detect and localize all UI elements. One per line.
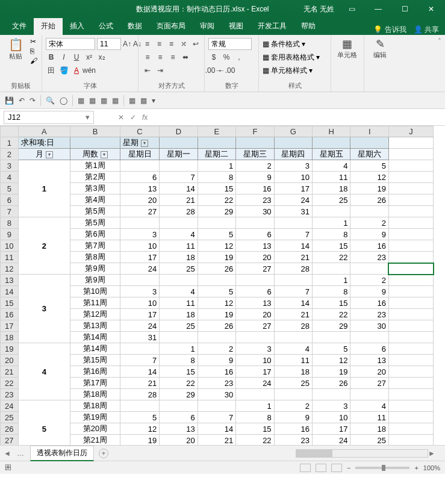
tab-insert[interactable]: 插入: [63, 17, 92, 35]
data-cell[interactable]: [350, 389, 388, 400]
zoom-in-icon[interactable]: +: [414, 464, 418, 471]
row-header[interactable]: 12: [1, 263, 19, 275]
col-header[interactable]: B: [70, 126, 120, 137]
data-cell[interactable]: 16: [198, 366, 235, 378]
row-header[interactable]: 2: [1, 149, 19, 160]
tab-file[interactable]: 文件: [5, 17, 34, 35]
underline-icon[interactable]: U: [71, 52, 82, 63]
data-cell[interactable]: 30: [350, 320, 388, 332]
data-cell[interactable]: 7: [120, 355, 160, 366]
percent-icon[interactable]: %: [221, 52, 232, 63]
data-cell[interactable]: [160, 275, 198, 286]
tab-dev[interactable]: 开发工具: [251, 17, 294, 35]
empty-cell[interactable]: [388, 172, 433, 183]
data-cell[interactable]: [274, 389, 312, 400]
data-cell[interactable]: 29: [160, 389, 198, 400]
font-size-input[interactable]: [97, 38, 121, 50]
empty-cell[interactable]: [388, 412, 433, 423]
cancel-formula-icon[interactable]: ✕: [118, 113, 124, 122]
circle-icon[interactable]: ◯: [60, 96, 67, 105]
data-cell[interactable]: [274, 217, 312, 229]
data-cell[interactable]: 27: [120, 206, 160, 217]
data-cell[interactable]: 16: [236, 183, 274, 194]
data-cell[interactable]: [350, 332, 388, 343]
data-cell[interactable]: 6: [160, 412, 198, 423]
phonetic-icon[interactable]: wén: [84, 65, 95, 76]
empty-cell[interactable]: [388, 400, 433, 412]
pivot-col-label[interactable]: 星期▾: [120, 137, 160, 149]
data-cell[interactable]: 20: [120, 194, 160, 206]
data-cell[interactable]: 3: [274, 160, 312, 172]
data-cell[interactable]: 6: [350, 343, 388, 355]
data-cell[interactable]: 26: [198, 320, 235, 332]
data-cell[interactable]: 24: [120, 263, 160, 275]
data-cell[interactable]: 18: [274, 366, 312, 378]
format-painter-icon[interactable]: 🖌: [30, 57, 37, 65]
italic-icon[interactable]: I: [58, 52, 69, 63]
data-cell[interactable]: 1: [313, 275, 350, 286]
row-header[interactable]: 3: [1, 160, 19, 172]
data-cell[interactable]: 21: [160, 194, 198, 206]
pivot-row-week[interactable]: 周数▾: [70, 149, 120, 160]
empty-cell[interactable]: [388, 309, 433, 320]
data-cell[interactable]: 25: [313, 194, 350, 206]
data-cell[interactable]: 22: [313, 252, 350, 263]
pivot-row-month[interactable]: 月▾: [18, 149, 70, 160]
close-icon[interactable]: ✕: [422, 5, 440, 13]
minimize-icon[interactable]: —: [369, 5, 387, 13]
data-cell[interactable]: [120, 217, 160, 229]
data-cell[interactable]: [274, 275, 312, 286]
data-cell[interactable]: 23: [236, 194, 274, 206]
data-cell[interactable]: 19: [198, 309, 235, 320]
align-left-icon[interactable]: ≡: [142, 52, 153, 63]
add-sheet-icon[interactable]: +: [99, 449, 108, 458]
indent-dec-icon[interactable]: ⇤: [142, 65, 153, 76]
data-cell[interactable]: 26: [350, 194, 388, 206]
data-cell[interactable]: 5: [198, 286, 235, 297]
qat-icon-2[interactable]: ▦: [89, 96, 96, 105]
data-cell[interactable]: 8: [236, 412, 274, 423]
qat-icon-4[interactable]: ▦: [112, 96, 119, 105]
data-cell[interactable]: 6: [120, 172, 160, 183]
subscript-icon[interactable]: x₂: [96, 52, 107, 63]
bold-icon[interactable]: B: [46, 52, 57, 63]
data-cell[interactable]: 28: [160, 206, 198, 217]
data-cell[interactable]: 21: [120, 378, 160, 389]
empty-cell[interactable]: [388, 320, 433, 332]
data-cell[interactable]: 10: [313, 412, 350, 423]
data-cell[interactable]: 24: [313, 435, 350, 446]
data-cell[interactable]: 11: [313, 172, 350, 183]
sheet-nav-next-icon[interactable]: ►: [428, 449, 435, 458]
data-cell[interactable]: 18: [350, 423, 388, 435]
data-cell[interactable]: 10: [236, 355, 274, 366]
name-box[interactable]: J12▾: [4, 111, 94, 124]
col-header[interactable]: C: [120, 126, 160, 137]
data-cell[interactable]: 18: [160, 309, 198, 320]
data-cell[interactable]: [198, 400, 235, 412]
data-cell[interactable]: 8: [198, 172, 235, 183]
row-header[interactable]: 9: [1, 229, 19, 240]
data-cell[interactable]: 15: [313, 297, 350, 309]
cells-button[interactable]: ▦ 单元格: [335, 37, 359, 60]
zoom-out-icon[interactable]: −: [347, 464, 350, 471]
col-header[interactable]: G: [274, 126, 312, 137]
empty-cell[interactable]: [388, 252, 433, 263]
ribbon-opts-icon[interactable]: ▭: [343, 5, 361, 13]
font-name-input[interactable]: [46, 38, 95, 50]
align-center-icon[interactable]: ≡: [155, 52, 166, 63]
data-cell[interactable]: 9: [274, 412, 312, 423]
data-cell[interactable]: 20: [236, 309, 274, 320]
row-header[interactable]: 7: [1, 206, 19, 217]
col-header[interactable]: A: [18, 126, 70, 137]
data-cell[interactable]: 4: [313, 160, 350, 172]
row-header[interactable]: 25: [1, 412, 19, 423]
undo-icon[interactable]: ↶: [19, 96, 25, 105]
qat-icon-5[interactable]: ▦: [129, 96, 135, 105]
number-format-select[interactable]: [208, 38, 252, 50]
data-cell[interactable]: 16: [274, 423, 312, 435]
data-cell[interactable]: 14: [198, 423, 235, 435]
empty-cell[interactable]: [388, 423, 433, 435]
data-cell[interactable]: 18: [160, 252, 198, 263]
wrap-icon[interactable]: ↩: [190, 39, 201, 49]
data-cell[interactable]: 20: [236, 252, 274, 263]
